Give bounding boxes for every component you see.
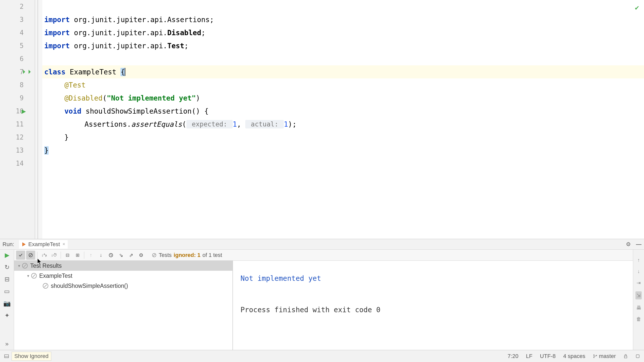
annotation-test: @Test [44, 81, 86, 89]
code-text: org.junit.jupiter.api. [70, 29, 167, 37]
code-text: shouldShowSimpleAssertion() { [81, 107, 209, 115]
tree-class[interactable]: ▾ ExampleTest [14, 271, 232, 281]
code-area[interactable]: import org.junit.jupiter.api.Assertions;… [35, 0, 644, 239]
code-text: Test [167, 42, 184, 50]
code-text: Assertions. [44, 120, 131, 128]
console-exit: Process finished with exit code 0 [240, 306, 625, 314]
scroll-end-icon[interactable]: ⇲ [635, 291, 642, 299]
separator [61, 252, 61, 259]
test-history-button[interactable] [106, 251, 115, 260]
ignored-icon [43, 283, 48, 289]
inspector-icon[interactable] [635, 354, 640, 358]
string-literal: "Not implemented yet" [107, 94, 196, 102]
line-number: 12 [16, 133, 24, 141]
down-icon[interactable]: ↓ [637, 268, 640, 274]
branch-icon [593, 354, 597, 358]
lock-icon[interactable] [623, 354, 628, 358]
dump-icon[interactable]: ✦ [5, 312, 10, 319]
kw-import: import [44, 16, 70, 24]
svg-point-9 [593, 354, 594, 355]
show-ignored-button[interactable] [26, 251, 35, 260]
svg-line-6 [153, 254, 155, 256]
status-bar: Show Ignored 7:20 LF UTF-8 4 spaces mast… [0, 350, 644, 362]
run-class-icon[interactable]: ⏵⏵ [22, 68, 33, 75]
console-output[interactable]: Not implemented yet Process finished wit… [233, 261, 633, 350]
code-text: ) [196, 94, 200, 102]
settings-icon[interactable]: ⚙ [137, 251, 146, 260]
svg-marker-0 [23, 243, 25, 246]
annotation-disabled: @Disabled [44, 94, 103, 102]
number-literal: 1 [233, 120, 237, 128]
encoding[interactable]: UTF-8 [540, 353, 555, 359]
run-method-icon[interactable]: ▶ [22, 108, 26, 115]
import-button[interactable]: ⇘ [116, 251, 126, 260]
code-text: org.junit.jupiter.api.Assertions; [70, 16, 214, 24]
chevron-down-icon[interactable]: ▾ [27, 274, 29, 278]
toggle-auto-icon[interactable]: ↻ [5, 264, 10, 271]
clear-icon[interactable]: 🗑 [636, 316, 641, 322]
expand-all-button[interactable]: ⊟ [63, 251, 72, 260]
tree-method[interactable]: shouldShowSimpleAssertion() [14, 281, 232, 291]
soft-wrap-icon[interactable]: ⇥ [636, 280, 641, 286]
prev-failed-button[interactable]: ↑ [86, 251, 95, 260]
caret [125, 68, 125, 76]
svg-rect-12 [624, 356, 627, 358]
line-number: 8 [20, 81, 24, 89]
screenshot-icon[interactable]: 📷 [3, 300, 11, 307]
export-button[interactable]: ⇗ [127, 251, 136, 260]
code-text: ); [288, 120, 297, 128]
chevron-down-icon[interactable]: ▾ [18, 263, 20, 268]
kw-import: import [44, 42, 70, 50]
gear-icon[interactable]: ⚙ [626, 241, 631, 248]
pin-icon[interactable]: ▭ [4, 288, 10, 295]
svg-point-10 [593, 357, 594, 358]
fold-margin [35, 0, 42, 239]
tree-method-label: shouldShowSimpleAssertion() [51, 283, 128, 289]
git-branch[interactable]: master [593, 353, 616, 359]
code-text: Disabled [167, 29, 201, 37]
line-number: 3 [20, 16, 24, 23]
run-tab[interactable]: ExampleTest × [19, 240, 67, 249]
code-text: } [44, 133, 69, 142]
print-icon[interactable]: 🖶 [636, 305, 641, 311]
indent-setting[interactable]: 4 spaces [563, 353, 585, 359]
line-number: 13 [16, 147, 24, 154]
line-separator[interactable]: LF [526, 353, 533, 359]
rerun-icon[interactable]: ▶ [5, 252, 9, 259]
code-text: , [237, 120, 246, 128]
param-hint: actual: [245, 120, 284, 128]
tool-window-icon[interactable] [4, 354, 9, 359]
close-icon[interactable]: × [62, 242, 65, 247]
tree-root-label: Test Results [30, 262, 62, 269]
run-toolbar: ↓ᴬᵦ ↓⏱ ⊟ ⊞ ↑ ↓ ⇘ ⇗ ⚙ Tests ignored: 1 of… [14, 250, 633, 261]
line-number: 9 [20, 94, 24, 102]
separator [37, 252, 37, 259]
code-text: ( [182, 120, 186, 128]
stop-icon[interactable]: ⊟ [5, 276, 10, 283]
line-number: 4 [20, 29, 24, 36]
sort-duration-button[interactable]: ↓⏱ [50, 251, 59, 260]
test-tree[interactable]: ▾ Test Results ▾ ExampleTest shouldShowS… [14, 261, 233, 350]
method-call: assertEquals [131, 120, 182, 128]
code-text: { [120, 68, 125, 76]
line-number: 14 [16, 160, 24, 167]
run-panel-header: Run: ExampleTest × ⚙ — [0, 239, 644, 250]
line-number: 11 [16, 120, 24, 128]
run-config-icon [22, 242, 26, 247]
console-message[interactable]: Not implemented yet [240, 274, 625, 283]
minimize-icon[interactable]: — [636, 241, 641, 248]
status-tests-label: Tests [159, 252, 172, 258]
svg-line-3 [29, 254, 32, 256]
run-panel-body: ▶ ↻ ⊟ ▭ 📷 ✦ » ↓ᴬᵦ ↓⏱ ⊟ ⊞ ↑ ↓ ⇘ [0, 250, 644, 350]
ignored-icon [22, 263, 28, 268]
collapse-all-button[interactable]: ⊞ [73, 251, 82, 260]
tree-root[interactable]: ▾ Test Results [14, 261, 232, 271]
show-passed-button[interactable] [16, 251, 25, 260]
cursor-position[interactable]: 7:20 [508, 353, 518, 359]
next-failed-button[interactable]: ↓ [96, 251, 105, 260]
tree-class-label: ExampleTest [39, 273, 72, 279]
up-icon[interactable]: ↑ [637, 257, 640, 263]
inspection-ok-icon[interactable]: ✔ [634, 5, 639, 12]
run-right-toolbar: ↑ ↓ ⇥ ⇲ 🖶 🗑 [633, 250, 644, 350]
expand-icon[interactable]: » [5, 340, 9, 347]
